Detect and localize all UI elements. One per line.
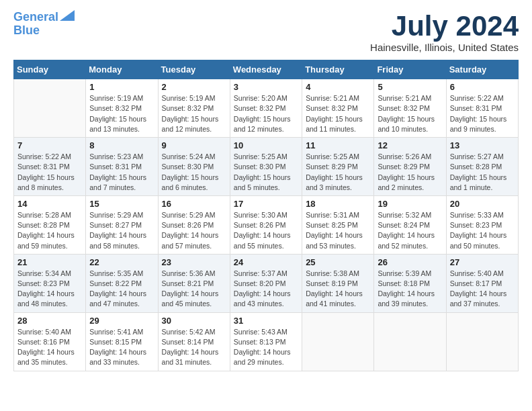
- day-info: Sunrise: 5:40 AM Sunset: 8:17 PM Dayligh…: [450, 269, 515, 310]
- day-info: Sunrise: 5:22 AM Sunset: 8:31 PM Dayligh…: [450, 93, 515, 134]
- day-number: 24: [234, 257, 298, 267]
- calendar-week-row: 1Sunrise: 5:19 AM Sunset: 8:32 PM Daylig…: [14, 79, 519, 138]
- day-number: 18: [306, 199, 370, 209]
- day-number: 10: [234, 140, 298, 150]
- day-info: Sunrise: 5:29 AM Sunset: 8:26 PM Dayligh…: [162, 210, 226, 251]
- day-info: Sunrise: 5:19 AM Sunset: 8:32 PM Dayligh…: [89, 93, 154, 134]
- calendar-cell: 16Sunrise: 5:29 AM Sunset: 8:26 PM Dayli…: [158, 195, 230, 254]
- calendar-cell: 5Sunrise: 5:21 AM Sunset: 8:32 PM Daylig…: [374, 79, 446, 138]
- calendar-cell: 4Sunrise: 5:21 AM Sunset: 8:32 PM Daylig…: [302, 79, 374, 138]
- day-info: Sunrise: 5:36 AM Sunset: 8:21 PM Dayligh…: [162, 269, 226, 310]
- day-number: 6: [450, 82, 515, 92]
- calendar-cell: 31Sunrise: 5:43 AM Sunset: 8:13 PM Dayli…: [230, 312, 302, 371]
- day-info: Sunrise: 5:30 AM Sunset: 8:26 PM Dayligh…: [234, 210, 298, 251]
- calendar-cell: 1Sunrise: 5:19 AM Sunset: 8:32 PM Daylig…: [86, 79, 158, 138]
- day-number: 12: [378, 140, 442, 150]
- month-title: July 2024: [370, 11, 519, 42]
- day-number: 13: [450, 140, 515, 150]
- calendar-cell: 3Sunrise: 5:20 AM Sunset: 8:32 PM Daylig…: [230, 79, 302, 138]
- day-number: 21: [17, 257, 82, 267]
- calendar-cell: 8Sunrise: 5:23 AM Sunset: 8:31 PM Daylig…: [86, 138, 158, 196]
- day-number: 11: [306, 140, 370, 150]
- calendar-cell: 9Sunrise: 5:24 AM Sunset: 8:30 PM Daylig…: [158, 138, 230, 196]
- weekday-header-row: SundayMondayTuesdayWednesdayThursdayFrid…: [14, 60, 519, 79]
- day-info: Sunrise: 5:28 AM Sunset: 8:28 PM Dayligh…: [17, 210, 82, 251]
- calendar-cell: 7Sunrise: 5:22 AM Sunset: 8:31 PM Daylig…: [14, 138, 86, 196]
- calendar-cell: 17Sunrise: 5:30 AM Sunset: 8:26 PM Dayli…: [230, 195, 302, 254]
- calendar-cell: 20Sunrise: 5:33 AM Sunset: 8:23 PM Dayli…: [446, 195, 518, 254]
- day-info: Sunrise: 5:32 AM Sunset: 8:24 PM Dayligh…: [378, 210, 442, 251]
- calendar-cell: 27Sunrise: 5:40 AM Sunset: 8:17 PM Dayli…: [446, 254, 518, 312]
- day-number: 20: [450, 199, 515, 209]
- day-info: Sunrise: 5:35 AM Sunset: 8:22 PM Dayligh…: [89, 269, 154, 310]
- day-info: Sunrise: 5:39 AM Sunset: 8:18 PM Dayligh…: [378, 269, 442, 310]
- day-info: Sunrise: 5:20 AM Sunset: 8:32 PM Dayligh…: [234, 93, 298, 134]
- day-info: Sunrise: 5:34 AM Sunset: 8:23 PM Dayligh…: [17, 269, 82, 310]
- day-number: 26: [378, 257, 442, 267]
- day-number: 1: [89, 82, 154, 92]
- day-number: 4: [306, 82, 370, 92]
- day-number: 28: [17, 316, 82, 326]
- day-info: Sunrise: 5:33 AM Sunset: 8:23 PM Dayligh…: [450, 210, 515, 251]
- calendar-cell: 14Sunrise: 5:28 AM Sunset: 8:28 PM Dayli…: [14, 195, 86, 254]
- day-number: 30: [162, 316, 226, 326]
- title-area: July 2024 Hainesville, Illinois, United …: [370, 11, 519, 53]
- day-info: Sunrise: 5:42 AM Sunset: 8:14 PM Dayligh…: [162, 327, 226, 368]
- day-number: 3: [234, 82, 298, 92]
- day-number: 19: [378, 199, 442, 209]
- calendar-cell: 18Sunrise: 5:31 AM Sunset: 8:25 PM Dayli…: [302, 195, 374, 254]
- day-number: 15: [89, 199, 154, 209]
- calendar-cell: [446, 312, 518, 371]
- weekday-header-tuesday: Tuesday: [158, 60, 230, 79]
- calendar-cell: 2Sunrise: 5:19 AM Sunset: 8:32 PM Daylig…: [158, 79, 230, 138]
- location-text: Hainesville, Illinois, United States: [370, 42, 519, 53]
- calendar-cell: 25Sunrise: 5:38 AM Sunset: 8:19 PM Dayli…: [302, 254, 374, 312]
- logo-blue: Blue: [13, 24, 40, 38]
- calendar-cell: 24Sunrise: 5:37 AM Sunset: 8:20 PM Dayli…: [230, 254, 302, 312]
- day-number: 5: [378, 82, 442, 92]
- day-info: Sunrise: 5:26 AM Sunset: 8:29 PM Dayligh…: [378, 152, 442, 193]
- calendar-cell: 22Sunrise: 5:35 AM Sunset: 8:22 PM Dayli…: [86, 254, 158, 312]
- calendar-week-row: 28Sunrise: 5:40 AM Sunset: 8:16 PM Dayli…: [14, 312, 519, 371]
- calendar-cell: [302, 312, 374, 371]
- day-number: 9: [162, 140, 226, 150]
- calendar-cell: 28Sunrise: 5:40 AM Sunset: 8:16 PM Dayli…: [14, 312, 86, 371]
- weekday-header-thursday: Thursday: [302, 60, 374, 79]
- day-info: Sunrise: 5:21 AM Sunset: 8:32 PM Dayligh…: [306, 93, 370, 134]
- logo-icon: [60, 10, 75, 21]
- day-info: Sunrise: 5:43 AM Sunset: 8:13 PM Dayligh…: [234, 327, 298, 368]
- day-info: Sunrise: 5:23 AM Sunset: 8:31 PM Dayligh…: [89, 152, 154, 193]
- day-number: 14: [17, 199, 82, 209]
- day-info: Sunrise: 5:21 AM Sunset: 8:32 PM Dayligh…: [378, 93, 442, 134]
- day-number: 17: [234, 199, 298, 209]
- day-number: 31: [234, 316, 298, 326]
- weekday-header-monday: Monday: [86, 60, 158, 79]
- day-info: Sunrise: 5:25 AM Sunset: 8:29 PM Dayligh…: [306, 152, 370, 193]
- calendar-week-row: 21Sunrise: 5:34 AM Sunset: 8:23 PM Dayli…: [14, 254, 519, 312]
- day-number: 8: [89, 140, 154, 150]
- day-number: 25: [306, 257, 370, 267]
- calendar-cell: 12Sunrise: 5:26 AM Sunset: 8:29 PM Dayli…: [374, 138, 446, 196]
- calendar-cell: [374, 312, 446, 371]
- logo-general: General: [13, 10, 58, 24]
- day-number: 2: [162, 82, 226, 92]
- logo: General Blue: [13, 11, 75, 38]
- calendar-cell: 23Sunrise: 5:36 AM Sunset: 8:21 PM Dayli…: [158, 254, 230, 312]
- calendar-cell: 15Sunrise: 5:29 AM Sunset: 8:27 PM Dayli…: [86, 195, 158, 254]
- weekday-header-sunday: Sunday: [14, 60, 86, 79]
- svg-marker-0: [60, 10, 75, 21]
- day-info: Sunrise: 5:24 AM Sunset: 8:30 PM Dayligh…: [162, 152, 226, 193]
- weekday-header-friday: Friday: [374, 60, 446, 79]
- day-info: Sunrise: 5:29 AM Sunset: 8:27 PM Dayligh…: [89, 210, 154, 251]
- day-info: Sunrise: 5:37 AM Sunset: 8:20 PM Dayligh…: [234, 269, 298, 310]
- day-number: 16: [162, 199, 226, 209]
- day-number: 23: [162, 257, 226, 267]
- day-info: Sunrise: 5:38 AM Sunset: 8:19 PM Dayligh…: [306, 269, 370, 310]
- calendar-cell: 19Sunrise: 5:32 AM Sunset: 8:24 PM Dayli…: [374, 195, 446, 254]
- calendar-cell: 29Sunrise: 5:41 AM Sunset: 8:15 PM Dayli…: [86, 312, 158, 371]
- logo-text: General: [13, 11, 58, 24]
- day-number: 7: [17, 140, 82, 150]
- calendar-week-row: 14Sunrise: 5:28 AM Sunset: 8:28 PM Dayli…: [14, 195, 519, 254]
- calendar-cell: 11Sunrise: 5:25 AM Sunset: 8:29 PM Dayli…: [302, 138, 374, 196]
- calendar-cell: 30Sunrise: 5:42 AM Sunset: 8:14 PM Dayli…: [158, 312, 230, 371]
